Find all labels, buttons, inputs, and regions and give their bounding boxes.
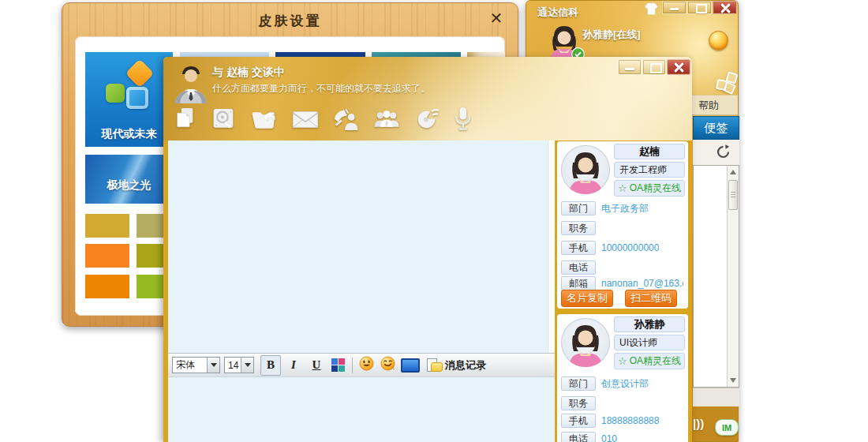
bold-button[interactable]: B xyxy=(260,355,281,376)
field-label: 邮箱 xyxy=(561,276,596,290)
italic-button[interactable]: I xyxy=(283,355,304,376)
contact-job: UI设计师 xyxy=(614,335,685,350)
chat-signature: 什么方面都要量力而行，不可能的就不要去追求了。 xyxy=(212,82,430,96)
smile-emoji-icon[interactable] xyxy=(359,356,374,374)
group-chat-icon[interactable] xyxy=(371,107,402,135)
scroll-up-icon[interactable] xyxy=(730,170,736,174)
skin-label: 极地之光 xyxy=(85,178,173,193)
skin-label: 现代或未来 xyxy=(85,127,173,141)
close-button[interactable] xyxy=(713,1,737,14)
close-icon xyxy=(679,67,680,69)
user-avatar[interactable] xyxy=(545,23,583,61)
contact-status: ☆ OA精灵在线 xyxy=(614,180,685,197)
contact-name: 孙雅静 xyxy=(614,317,685,332)
field-row: 部门 创意设计部 xyxy=(561,376,649,391)
close-icon[interactable]: ✕ xyxy=(487,9,506,28)
skin-window-title: 皮肤设置 xyxy=(62,12,518,30)
field-value: 18888888888 xyxy=(601,415,659,426)
color-swatch[interactable] xyxy=(85,275,129,298)
maximize-button[interactable] xyxy=(642,59,666,75)
app-grid-icon[interactable] xyxy=(716,73,739,93)
field-label: 电话 xyxy=(561,432,596,442)
history-label[interactable]: 消息记录 xyxy=(445,358,486,373)
star-icon: ☆ xyxy=(618,355,627,367)
voice-icon[interactable] xyxy=(451,106,475,135)
scrollbar[interactable] xyxy=(727,166,739,387)
menu-help[interactable]: 帮助 xyxy=(698,99,719,113)
color-swatch[interactable] xyxy=(85,244,129,268)
sound-icon[interactable]: |)) xyxy=(693,417,704,430)
message-column: 宋体 14 B I U xyxy=(168,140,555,442)
field-value: 电子政务部 xyxy=(601,202,649,215)
scroll-down-icon[interactable] xyxy=(730,378,736,383)
screenshot-icon[interactable] xyxy=(401,358,420,373)
scan-qr-button[interactable]: 扫二维码 xyxy=(625,290,677,307)
contact-card: 赵楠 开发工程师 ☆ OA精灵在线 部门 电子政务部 职务 手机 1000000… xyxy=(557,141,688,309)
close-button[interactable] xyxy=(667,59,690,75)
field-label: 部门 xyxy=(561,376,596,391)
mail-icon[interactable] xyxy=(290,107,320,135)
field-row: 手机 10000000000 xyxy=(561,241,659,255)
broadcast-icon[interactable] xyxy=(413,107,441,135)
skin-thumbnail-modern[interactable]: 现代或未来 xyxy=(85,52,173,147)
remote-assist-icon[interactable] xyxy=(331,107,361,135)
wink-emoji-icon[interactable] xyxy=(380,356,395,374)
minimize-icon xyxy=(625,68,634,70)
memo-footer xyxy=(693,388,739,406)
contact-avatar[interactable] xyxy=(561,145,610,194)
maximize-icon xyxy=(650,63,662,73)
chevron-down-icon xyxy=(207,358,219,373)
history-icon[interactable] xyxy=(427,358,443,372)
memo-panel xyxy=(693,165,739,388)
copy-icon[interactable] xyxy=(171,107,200,135)
close-icon xyxy=(725,8,727,9)
contact-job: 开发工程师 xyxy=(614,162,685,178)
contact-panel: 赵楠 开发工程师 ☆ OA精灵在线 部门 电子政务部 职务 手机 1000000… xyxy=(556,140,690,442)
underline-button[interactable]: U xyxy=(306,355,327,376)
maximize-button[interactable] xyxy=(687,1,712,14)
drive-icon[interactable] xyxy=(210,107,238,135)
maximize-icon xyxy=(696,4,707,13)
scroll-thumb[interactable] xyxy=(728,180,738,210)
tab-memo[interactable]: 便签 xyxy=(693,116,739,140)
input-area[interactable] xyxy=(168,377,555,442)
chat-toolbar xyxy=(171,106,475,135)
contact-status: ☆ OA精灵在线 xyxy=(614,353,685,369)
field-value: 010 xyxy=(601,433,617,442)
shirt-skin-icon[interactable] xyxy=(643,2,659,15)
user-status: 孙雅静[在线] xyxy=(582,28,641,42)
field-row: 职务 xyxy=(561,396,601,410)
memo-toolbar xyxy=(693,140,739,165)
format-toolbar: 宋体 14 B I U xyxy=(168,353,555,377)
font-color-icon[interactable] xyxy=(331,358,345,372)
status-ball-icon[interactable] xyxy=(709,31,728,51)
minimize-button[interactable] xyxy=(618,59,642,75)
field-row: 职务 xyxy=(561,221,601,235)
field-label: 电话 xyxy=(561,260,596,275)
field-value: 10000000000 xyxy=(601,242,659,253)
copy-card-button[interactable]: 名片复制 xyxy=(561,290,613,307)
chat-title: 与 赵楠 交谈中 xyxy=(212,66,285,80)
font-size-select[interactable]: 14 xyxy=(224,357,254,373)
contact-card: 孙雅静 UI设计师 ☆ OA精灵在线 部门 创意设计部 职务 手机 188888… xyxy=(557,314,688,442)
field-label: 手机 xyxy=(561,241,596,255)
font-select[interactable]: 宋体 xyxy=(172,357,220,373)
skin-thumbnail-polar[interactable]: 极地之光 xyxy=(85,155,173,204)
toolbar-divider xyxy=(352,358,353,373)
contact-avatar[interactable] xyxy=(561,318,610,367)
folder-send-icon[interactable] xyxy=(249,107,280,135)
main-window-title: 通达信科 xyxy=(537,6,578,20)
chat-window: 与 赵楠 交谈中 什么方面都要量力而行，不可能的就不要去追求了。 xyxy=(163,57,692,442)
minimize-button[interactable] xyxy=(662,1,687,14)
color-swatch[interactable] xyxy=(85,214,129,238)
field-label: 职务 xyxy=(561,221,596,235)
refresh-icon[interactable] xyxy=(716,144,731,159)
message-area[interactable] xyxy=(168,140,555,353)
contact-name: 赵楠 xyxy=(614,144,685,159)
im-icon[interactable]: IM xyxy=(715,419,739,436)
peer-avatar[interactable] xyxy=(173,64,209,103)
minimize-icon xyxy=(670,8,679,10)
oa-logo-icon xyxy=(104,63,155,114)
message-scrollbar[interactable] xyxy=(548,140,555,353)
star-icon: ☆ xyxy=(618,182,627,194)
